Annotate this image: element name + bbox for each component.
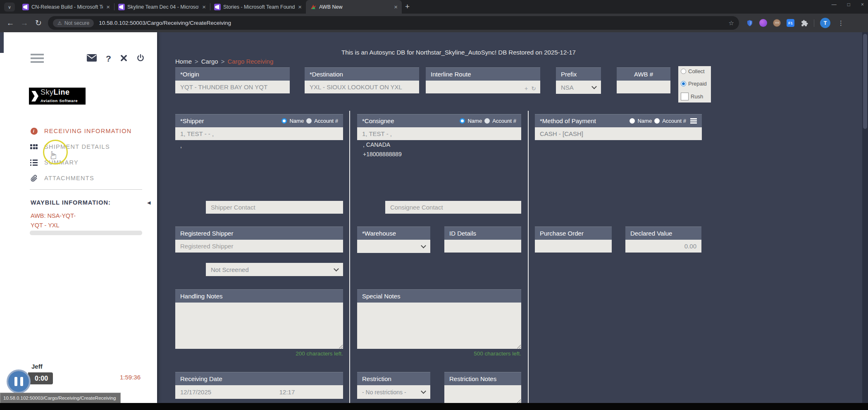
close-icon[interactable]: × — [105, 4, 111, 10]
restriction-select[interactable]: - No restrictions - — [357, 385, 430, 399]
tab-search-button[interactable]: ∨ — [4, 2, 15, 12]
consignee-contact-input[interactable] — [385, 201, 521, 214]
scrollbar-thumb[interactable] — [863, 34, 867, 129]
id-details-input[interactable] — [444, 240, 521, 253]
close-icon[interactable]: × — [393, 4, 398, 10]
waybill-route-link[interactable]: YQT - YXL — [31, 222, 60, 229]
prepaid-radio[interactable] — [681, 81, 686, 86]
consignee-input[interactable] — [357, 127, 521, 140]
new-tab-button[interactable]: + — [405, 2, 410, 11]
prefix-field: Prefix NSA — [556, 67, 601, 94]
tab-title: AWB New — [319, 4, 391, 10]
prefix-select[interactable]: NSA — [556, 81, 601, 94]
collect-label: Collect — [688, 68, 705, 74]
add-route-icon[interactable]: + — [525, 85, 528, 92]
extensions-row: F1 T ⋮ — [746, 18, 846, 28]
warehouse-label: *Warehouse — [362, 230, 396, 237]
power-icon[interactable] — [136, 54, 145, 64]
restriction-notes-field: Restriction Notes — [444, 372, 521, 403]
receiving-time-input[interactable] — [279, 385, 343, 399]
waybill-awb-link[interactable]: AWB: NSA-YQT- — [31, 212, 76, 219]
puzzle-extensions-icon[interactable] — [800, 19, 808, 27]
maximize-button[interactable]: □ — [847, 2, 850, 7]
collect-option[interactable]: Collect — [681, 68, 708, 74]
warehouse-select[interactable] — [357, 240, 430, 253]
help-icon[interactable]: ? — [106, 54, 111, 64]
restriction-label: Restriction — [362, 375, 391, 382]
address-bar[interactable]: ⚠ Not secure 10.58.0.102:50003/Cargo/Rec… — [48, 16, 739, 30]
sync-route-icon[interactable]: ↻ — [531, 85, 536, 92]
minimize-button[interactable]: — — [832, 2, 837, 7]
close-session-icon[interactable] — [120, 55, 127, 63]
sidebar-item-label: ATTACHMENTS — [44, 175, 94, 181]
destination-input[interactable] — [305, 81, 419, 93]
sidebar-item-receiving-information[interactable]: i RECEIVING INFORMATION — [30, 123, 150, 139]
rush-option[interactable]: Rush — [681, 93, 708, 100]
mail-icon[interactable] — [87, 54, 97, 63]
profile-avatar[interactable]: T — [820, 18, 830, 28]
handling-chars-left: 200 characters left. — [175, 350, 343, 357]
tab-title: Stories - Microsoft Team Found — [223, 4, 295, 10]
breadcrumb-cargo[interactable]: Cargo — [201, 58, 218, 65]
mop-account-radio[interactable] — [654, 118, 660, 124]
browser-menu-icon[interactable]: ⋮ — [838, 19, 844, 27]
shipper-name-label: Name — [289, 118, 304, 124]
security-label: Not secure — [64, 20, 89, 26]
forward-button[interactable]: → — [17, 19, 31, 28]
awb-number-input[interactable] — [617, 81, 670, 93]
tab-cn-release-build[interactable]: CN-Release Build - Microsoft Te × — [18, 0, 114, 14]
consignee-name-radio[interactable] — [460, 118, 465, 124]
mop-name-radio[interactable] — [630, 118, 635, 124]
shipper-account-radio[interactable] — [306, 118, 312, 124]
rush-checkbox[interactable] — [681, 93, 689, 100]
collapse-panel-icon[interactable]: ◀ — [147, 200, 150, 205]
monkey-extension-icon[interactable] — [773, 19, 781, 27]
method-of-payment-input[interactable] — [535, 127, 702, 140]
close-icon[interactable]: × — [201, 4, 207, 10]
registered-shipper-input[interactable] — [175, 240, 343, 253]
consignee-phone-text: +18008888889 — [363, 151, 402, 157]
breadcrumb-current: Cargo Receiving — [227, 58, 273, 65]
shipper-name-radio[interactable] — [281, 118, 287, 124]
shipper-address-text: , — [180, 142, 182, 149]
tab-stories[interactable]: Stories - Microsoft Team Found × — [210, 0, 306, 14]
screening-select[interactable]: Not Screened — [206, 263, 343, 276]
pause-recording-button[interactable] — [7, 369, 31, 393]
app-page: This is an Autosync DB for Northstar_Sky… — [0, 32, 868, 410]
interline-route-input[interactable] — [426, 81, 540, 93]
f1-extension-icon[interactable]: F1 — [787, 19, 794, 27]
special-notes-label: Special Notes — [362, 293, 401, 300]
shipper-input[interactable] — [175, 127, 343, 140]
url-text[interactable]: 10.58.0.102:50003/Cargo/Receiving/Create… — [99, 20, 728, 26]
close-icon[interactable]: × — [297, 4, 303, 10]
page-scrollbar[interactable] — [862, 32, 868, 403]
browser-toolbar: ← → ↻ ⚠ Not secure 10.58.0.102:50003/Car… — [0, 14, 868, 32]
origin-input[interactable] — [175, 81, 290, 93]
hamburger-menu-icon[interactable] — [31, 54, 44, 65]
sidebar-item-attachments[interactable]: ATTACHMENTS — [30, 170, 150, 186]
declared-value-input[interactable] — [625, 240, 701, 253]
purchase-order-input[interactable] — [535, 240, 612, 253]
restriction-notes-textarea[interactable] — [444, 385, 521, 403]
destination-label: *Destination — [310, 71, 343, 78]
back-button[interactable]: ← — [3, 19, 17, 28]
tab-awb-new[interactable]: AWB New × — [306, 0, 402, 14]
consignee-account-radio[interactable] — [484, 118, 490, 124]
breadcrumb-home[interactable]: Home — [175, 58, 192, 65]
special-notes-textarea[interactable] — [357, 303, 521, 349]
tab-skyline-team[interactable]: Skyline Team Dec 04 - Microsof × — [114, 0, 210, 14]
bookmark-star-icon[interactable]: ☆ — [729, 19, 734, 27]
handling-notes-textarea[interactable] — [175, 303, 343, 349]
shield-extension-icon[interactable] — [746, 19, 754, 27]
security-chip[interactable]: ⚠ Not secure — [53, 19, 94, 27]
close-window-button[interactable]: × — [861, 2, 864, 7]
shipper-contact-input[interactable] — [206, 201, 343, 214]
prepaid-option[interactable]: Prepaid — [681, 81, 708, 87]
mop-list-icon[interactable] — [690, 118, 697, 124]
brain-extension-icon[interactable] — [759, 19, 767, 27]
collect-radio[interactable] — [681, 69, 686, 74]
receiving-date-input[interactable] — [175, 385, 279, 399]
devops-icon — [214, 4, 221, 10]
rush-label: Rush — [691, 93, 703, 100]
reload-button[interactable]: ↻ — [31, 18, 45, 28]
